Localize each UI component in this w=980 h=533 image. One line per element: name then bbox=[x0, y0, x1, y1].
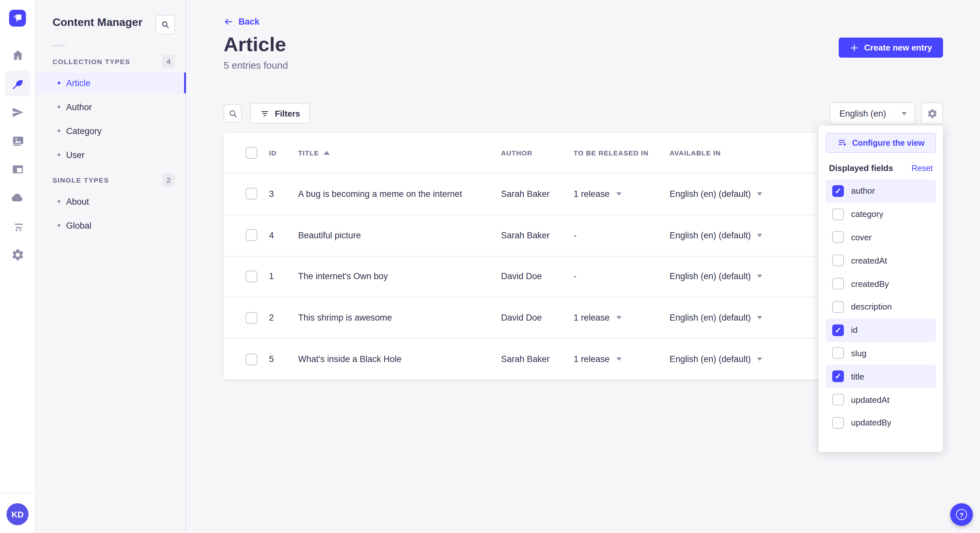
displayed-field-description[interactable]: description bbox=[826, 295, 936, 319]
releases-icon[interactable] bbox=[5, 99, 30, 125]
cell-author: Sarah Baker bbox=[501, 230, 574, 240]
home-icon[interactable] bbox=[5, 42, 30, 68]
cell-id: 5 bbox=[269, 354, 298, 364]
marketplace-icon[interactable] bbox=[5, 213, 30, 239]
checkbox-icon[interactable] bbox=[832, 347, 844, 359]
displayed-fields-heading: Displayed fields bbox=[829, 163, 893, 173]
content-type-builder-icon[interactable] bbox=[5, 156, 30, 182]
cell-author: David Doe bbox=[501, 313, 574, 323]
active-indicator bbox=[184, 73, 186, 93]
cell-title: A bug is becoming a meme on the internet bbox=[298, 189, 501, 199]
displayed-field-updatedBy[interactable]: updatedBy bbox=[826, 411, 936, 435]
plus-icon bbox=[850, 43, 859, 52]
user-avatar[interactable]: KD bbox=[6, 503, 29, 525]
list-toolbar: Filters English (en) bbox=[224, 102, 943, 124]
question-mark-icon: ? bbox=[956, 509, 967, 520]
content-manager-icon[interactable] bbox=[5, 71, 30, 97]
collection-types-count-badge: 4 bbox=[162, 55, 175, 68]
cell-release[interactable]: 1 release bbox=[574, 354, 670, 364]
sidebar-item-global[interactable]: Global bbox=[36, 215, 185, 236]
media-library-icon[interactable] bbox=[5, 128, 30, 154]
configure-the-view-button[interactable]: Configure the view bbox=[826, 133, 936, 153]
row-checkbox[interactable] bbox=[246, 312, 257, 324]
checkbox-icon[interactable] bbox=[832, 417, 844, 429]
sidebar-item-article[interactable]: Article bbox=[36, 73, 185, 93]
displayed-field-slug[interactable]: slug bbox=[826, 342, 936, 365]
displayed-field-category[interactable]: category bbox=[826, 203, 936, 226]
filters-button[interactable]: Filters bbox=[250, 103, 310, 124]
column-header-release[interactable]: TO BE RELEASED IN bbox=[574, 149, 670, 157]
settings-icon[interactable] bbox=[5, 241, 30, 268]
displayed-field-cover[interactable]: cover bbox=[826, 226, 936, 249]
strapi-logo-glyph bbox=[9, 10, 26, 27]
cell-id: 2 bbox=[269, 313, 298, 323]
column-header-title[interactable]: TITLE bbox=[298, 149, 501, 157]
checkbox-icon[interactable] bbox=[832, 255, 844, 266]
bullet-icon bbox=[58, 224, 60, 227]
displayed-field-updatedAt[interactable]: updatedAt bbox=[826, 388, 936, 411]
locale-select[interactable]: English (en) bbox=[830, 102, 915, 124]
cell-title: This shrimp is awesome bbox=[298, 313, 501, 323]
chevron-down-icon bbox=[616, 357, 621, 361]
cell-release[interactable]: - bbox=[574, 230, 670, 240]
chevron-down-icon bbox=[757, 357, 762, 361]
back-link[interactable]: Back bbox=[224, 17, 259, 27]
row-checkbox[interactable] bbox=[246, 229, 257, 241]
bullet-icon bbox=[58, 130, 60, 132]
displayed-field-createdAt[interactable]: createdAt bbox=[826, 249, 936, 272]
cell-release[interactable]: 1 release bbox=[574, 313, 670, 323]
reset-link[interactable]: Reset bbox=[912, 163, 933, 173]
bullet-icon bbox=[58, 82, 60, 84]
chevron-down-icon bbox=[757, 316, 762, 320]
sidebar-divider bbox=[52, 45, 65, 46]
sidebar-item-category[interactable]: Category bbox=[36, 121, 185, 141]
cell-title: What's inside a Black Hole bbox=[298, 354, 501, 364]
row-checkbox[interactable] bbox=[246, 188, 257, 200]
cell-author: Sarah Baker bbox=[501, 189, 574, 199]
sidebar-item-about[interactable]: About bbox=[36, 191, 185, 212]
checkbox-icon[interactable] bbox=[832, 185, 844, 197]
chevron-down-icon bbox=[757, 233, 762, 237]
displayed-field-createdBy[interactable]: createdBy bbox=[826, 272, 936, 295]
checkbox-icon[interactable] bbox=[832, 394, 844, 405]
cell-id: 4 bbox=[269, 230, 298, 240]
sidebar-search-button[interactable] bbox=[156, 15, 175, 34]
bullet-icon bbox=[58, 154, 60, 156]
column-header-author[interactable]: AUTHOR bbox=[501, 149, 574, 157]
cell-id: 3 bbox=[269, 189, 298, 199]
view-settings-gear-button[interactable] bbox=[921, 102, 943, 124]
sort-asc-icon bbox=[323, 151, 330, 155]
sidebar-title: Content Manager bbox=[52, 16, 143, 29]
sidebar-item-user[interactable]: User bbox=[36, 144, 185, 165]
row-checkbox[interactable] bbox=[246, 353, 257, 365]
cell-title: Beautiful picture bbox=[298, 230, 501, 240]
checkbox-icon[interactable] bbox=[832, 301, 844, 313]
configure-view-icon bbox=[837, 138, 847, 148]
section-label-collection-types: COLLECTION TYPES bbox=[52, 58, 130, 65]
sidebar-item-author[interactable]: Author bbox=[36, 97, 185, 117]
checkbox-icon[interactable] bbox=[832, 324, 844, 336]
checkbox-icon[interactable] bbox=[832, 208, 844, 220]
cell-release[interactable]: - bbox=[574, 272, 670, 281]
cell-author: David Doe bbox=[501, 272, 574, 281]
cell-release[interactable]: 1 release bbox=[574, 189, 670, 199]
displayed-field-title[interactable]: title bbox=[826, 365, 936, 388]
bullet-icon bbox=[58, 200, 60, 203]
checkbox-icon[interactable] bbox=[832, 278, 844, 289]
select-all-checkbox[interactable] bbox=[246, 147, 257, 159]
bullet-icon bbox=[58, 106, 60, 108]
column-header-id[interactable]: ID bbox=[269, 149, 298, 157]
displayed-field-id[interactable]: id bbox=[826, 319, 936, 342]
filter-icon bbox=[260, 108, 270, 118]
strapi-logo bbox=[9, 10, 26, 27]
search-entries-button[interactable] bbox=[224, 104, 242, 122]
create-new-entry-button[interactable]: Create new entry bbox=[839, 38, 943, 58]
row-checkbox[interactable] bbox=[246, 271, 257, 282]
sidebar-header: Content Manager bbox=[36, 0, 185, 45]
checkbox-icon[interactable] bbox=[832, 232, 844, 243]
help-button[interactable]: ? bbox=[950, 503, 973, 526]
chevron-down-icon bbox=[902, 112, 907, 115]
deploy-cloud-icon[interactable] bbox=[5, 185, 30, 211]
displayed-field-author[interactable]: author bbox=[826, 179, 936, 203]
checkbox-icon[interactable] bbox=[832, 371, 844, 382]
